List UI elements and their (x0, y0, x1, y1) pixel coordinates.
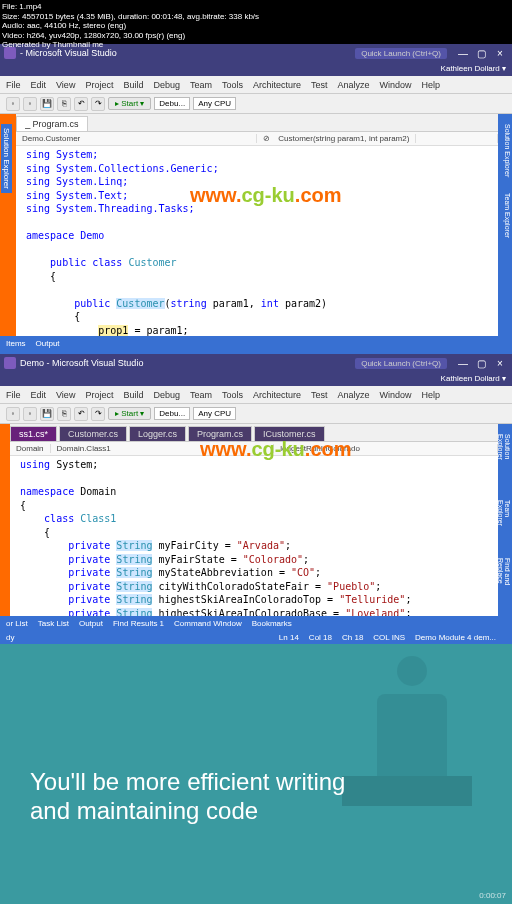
menu-project[interactable]: Project (85, 80, 113, 90)
vs-window-top: - Microsoft Visual Studio Quick Launch (… (0, 44, 512, 354)
tab-customer[interactable]: Customer.cs (59, 426, 127, 441)
save-icon[interactable]: 💾 (40, 97, 54, 111)
save-icon[interactable]: 💾 (40, 407, 54, 421)
tab-output[interactable]: Output (79, 619, 103, 628)
menu-test[interactable]: Test (311, 390, 328, 400)
menu-project[interactable]: Project (85, 390, 113, 400)
start-debug-button[interactable]: ▸ Start ▾ (108, 97, 151, 110)
undo-icon[interactable]: ↶ (74, 97, 88, 111)
meta-video: Video: h264, yuv420p, 1280x720, 30.00 fp… (2, 31, 259, 41)
solution-explorer-tab[interactable]: Solution Explorer (1, 124, 12, 193)
breadcrumb-member[interactable]: longestRunInColorado (274, 444, 498, 453)
menubar: File Edit View Project Build Debug Team … (0, 76, 512, 94)
quick-launch-box[interactable]: Quick Launch (Ctrl+Q) (355, 358, 447, 369)
menu-window[interactable]: Window (380, 390, 412, 400)
config-select[interactable]: Debu... (154, 97, 190, 110)
window-title: Demo - Microsoft Visual Studio (20, 358, 143, 368)
saveall-icon[interactable]: ⎘ (57, 407, 71, 421)
menu-debug[interactable]: Debug (153, 80, 180, 90)
menu-test[interactable]: Test (311, 80, 328, 90)
menu-debug[interactable]: Debug (153, 390, 180, 400)
code-editor[interactable]: using System; namespace Domain { class C… (10, 456, 498, 616)
status-ch: Ch 18 (342, 633, 363, 642)
saveall-icon[interactable]: ⎘ (57, 97, 71, 111)
menu-team[interactable]: Team (190, 80, 212, 90)
tab-error-list[interactable]: or List (6, 619, 28, 628)
bottom-panel-tabs: Items Output (0, 336, 512, 350)
menu-edit[interactable]: Edit (31, 390, 47, 400)
user-name[interactable]: Kathleen Dollard (441, 374, 500, 383)
user-bar: Kathleen Dollard ▾ (0, 372, 512, 386)
nav-back-icon[interactable]: ◦ (6, 407, 20, 421)
menu-tools[interactable]: Tools (222, 390, 243, 400)
nav-fwd-icon[interactable]: ◦ (23, 97, 37, 111)
left-sidebar: Solution Explorer (0, 114, 16, 336)
editor-area: ss1.cs* Customer.cs Logger.cs Program.cs… (10, 424, 498, 616)
tab-icustomer[interactable]: ICustomer.cs (254, 426, 325, 441)
undo-icon[interactable]: ↶ (74, 407, 88, 421)
breadcrumb-project[interactable]: Domain (10, 444, 51, 453)
menu-build[interactable]: Build (123, 390, 143, 400)
solution-explorer-right-tab[interactable]: Solution Explorer (498, 118, 512, 183)
meta-file: File: 1.mp4 (2, 2, 259, 12)
menu-help[interactable]: Help (422, 390, 441, 400)
tab-output[interactable]: Output (36, 339, 60, 348)
tab-program-cs[interactable]: ⎯ Program.cs (16, 116, 88, 131)
nav-back-icon[interactable]: ◦ (6, 97, 20, 111)
left-sidebar (0, 424, 10, 616)
breadcrumb-member[interactable]: ⊘ Customer(string param1, int param2) (257, 134, 498, 143)
minimize-button[interactable]: — (455, 48, 471, 59)
menu-team[interactable]: Team (190, 390, 212, 400)
find-replace-tab[interactable]: Find and Replace (498, 552, 512, 616)
menu-architecture[interactable]: Architecture (253, 390, 301, 400)
menu-tools[interactable]: Tools (222, 80, 243, 90)
menu-window[interactable]: Window (380, 80, 412, 90)
nav-breadcrumb: Domain Domain.Class1 longestRunInColorad… (10, 442, 498, 456)
tab-class1[interactable]: ss1.cs* (10, 426, 57, 441)
breadcrumb-class[interactable]: Demo.Customer (16, 134, 257, 143)
statusbar: dy Ln 14 Col 18 Ch 18 COL INS Demo Modul… (0, 630, 512, 644)
tab-items[interactable]: Items (6, 339, 26, 348)
menu-analyze[interactable]: Analyze (338, 390, 370, 400)
nav-fwd-icon[interactable]: ◦ (23, 407, 37, 421)
minimize-button[interactable]: — (455, 358, 471, 369)
tab-command-window[interactable]: Command Window (174, 619, 242, 628)
right-sidebar: Solution Explorer Team Explorer Find and… (498, 424, 512, 616)
menu-file[interactable]: File (6, 80, 21, 90)
close-button[interactable]: × (492, 358, 508, 369)
menu-architecture[interactable]: Architecture (253, 80, 301, 90)
platform-select[interactable]: Any CPU (193, 407, 236, 420)
editor-area: ⎯ Program.cs Demo.Customer ⊘ Customer(st… (16, 114, 498, 336)
vs-window-bottom: Demo - Microsoft Visual Studio Quick Lau… (0, 354, 512, 644)
tab-logger[interactable]: Logger.cs (129, 426, 186, 441)
tab-task-list[interactable]: Task List (38, 619, 69, 628)
menu-help[interactable]: Help (422, 80, 441, 90)
start-debug-button[interactable]: ▸ Start ▾ (108, 407, 151, 420)
menu-view[interactable]: View (56, 390, 75, 400)
code-editor[interactable]: sing System; sing System.Collections.Gen… (16, 146, 498, 336)
config-select[interactable]: Debu... (154, 407, 190, 420)
menu-view[interactable]: View (56, 80, 75, 90)
meta-generator: Generated by Thumbnail me (2, 40, 259, 50)
menu-edit[interactable]: Edit (31, 80, 47, 90)
redo-icon[interactable]: ↷ (91, 407, 105, 421)
redo-icon[interactable]: ↷ (91, 97, 105, 111)
tab-find-results[interactable]: Find Results 1 (113, 619, 164, 628)
close-button[interactable]: × (492, 48, 508, 59)
vs-logo-icon (4, 357, 16, 369)
status-right: Demo Module 4 dem... (415, 633, 496, 642)
solution-explorer-right-tab[interactable]: Solution Explorer (498, 428, 512, 490)
breadcrumb-class[interactable]: Domain.Class1 (51, 444, 275, 453)
maximize-button[interactable]: ▢ (473, 358, 489, 369)
maximize-button[interactable]: ▢ (473, 48, 489, 59)
menu-build[interactable]: Build (123, 80, 143, 90)
platform-select[interactable]: Any CPU (193, 97, 236, 110)
menu-analyze[interactable]: Analyze (338, 80, 370, 90)
user-name[interactable]: Kathleen Dollard (441, 64, 500, 73)
quick-launch-box[interactable]: Quick Launch (Ctrl+Q) (355, 48, 447, 59)
menu-file[interactable]: File (6, 390, 21, 400)
tab-bookmarks[interactable]: Bookmarks (252, 619, 292, 628)
tab-program[interactable]: Program.cs (188, 426, 252, 441)
team-explorer-tab[interactable]: Team Explorer (498, 187, 512, 244)
team-explorer-tab[interactable]: Team Explorer (498, 494, 512, 548)
